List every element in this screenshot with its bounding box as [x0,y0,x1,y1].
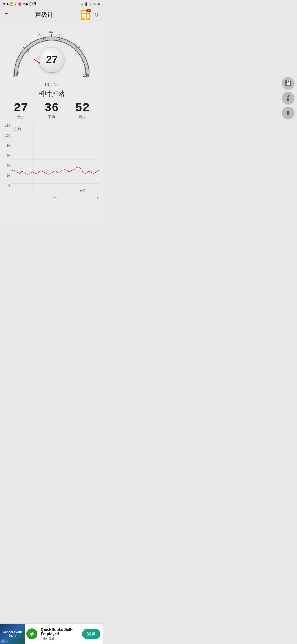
header-right: 20 AD ↻ [81,10,99,20]
stat-avg-label: 平均 [48,114,55,119]
gauge-value-display: 27 [39,48,64,72]
x-label-7: 7 [11,197,13,200]
metro-icon: Ⓜ [34,2,36,6]
y-label-100: 100 [5,134,10,137]
status-left: 4G R 📶 📡 🔴 🎮 ▶ 💬 Ⓜ ··· [3,2,40,6]
svg-text:80: 80 [59,33,63,37]
sim-icon: 📱 [84,2,88,6]
stat-min: 27 最小 [13,102,28,119]
sound-description: 树叶掉落 [0,89,103,98]
menu-button[interactable]: ≡ [4,11,8,18]
x-label-25: 25 [97,197,100,200]
more-icon: ··· [37,2,39,6]
svg-text:120: 120 [83,73,89,77]
signal-icon: 4G R [3,2,9,6]
y-label-0: 0 [8,184,10,187]
stat-max: 52 最大 [75,102,90,119]
gauge-current-value: 27 [46,54,57,66]
refresh-button[interactable]: ↻ [94,11,99,18]
svg-text:40: 40 [38,33,42,37]
message-icon: 💬 [29,2,33,6]
svg-text:60: 60 [49,30,53,34]
record-icon: 🔴 [18,2,21,6]
status-right: N 📱 🔋 12:49 [81,2,100,6]
game-icon: 🎮 [22,2,26,6]
svg-text:20: 20 [23,45,26,49]
gauge-timer: 00:25 [0,82,103,88]
stats-row: 27 最小 36 平均 52 最大 [0,102,103,119]
y-label-20: 20 [7,174,10,177]
battery-icon: 🔋 [89,2,92,6]
nfc-icon: N [81,2,83,6]
clock: 12:49 [93,2,100,6]
signal2-icon: 📶 [10,2,13,6]
play-icon: ▶ [26,2,29,6]
x-label-16: 16 [53,197,56,200]
status-bar: 4G R 📶 📡 🔴 🎮 ▶ 💬 Ⓜ ··· N 📱 🔋 12:49 [0,0,103,8]
stat-avg: 36 平均 [44,102,59,119]
ad-notification-count: 20 [86,9,91,12]
gauge-section: 0 20 40 60 80 100 120 [0,25,103,80]
chart-section: 120 100 80 60 40 20 0 [0,124,103,203]
ad-label: AD [81,18,90,20]
chart-svg: (分贝) (秒) [11,124,100,195]
chart-y-axis: 120 100 80 60 40 20 0 [3,124,11,187]
y-label-60: 60 [7,154,10,157]
svg-text:(秒): (秒) [80,189,85,192]
stat-max-label: 最大 [79,114,86,119]
stat-avg-value: 36 [44,102,59,114]
svg-text:0: 0 [13,73,15,77]
app-title: 声级计 [35,11,53,19]
wifi-icon: 📡 [14,2,17,6]
main-content: 0 20 40 60 80 100 120 [0,22,103,225]
stat-max-value: 52 [75,102,90,114]
stat-min-value: 27 [13,102,28,114]
svg-text:100: 100 [75,45,81,49]
gauge-dial: 0 20 40 60 80 100 120 [10,30,93,80]
ad-badge[interactable]: 20 AD [81,10,90,20]
stat-min-label: 最小 [17,114,24,119]
y-label-40: 40 [7,164,10,167]
chart-area: (分贝) (秒) [11,124,100,195]
y-label-120: 120 [5,124,10,127]
chart-x-axis: 7 16 25 [3,195,100,200]
y-label-80: 80 [7,144,10,147]
svg-text:(分贝): (分贝) [13,127,21,131]
header: ≡ 声级计 20 AD ↻ [0,8,103,22]
